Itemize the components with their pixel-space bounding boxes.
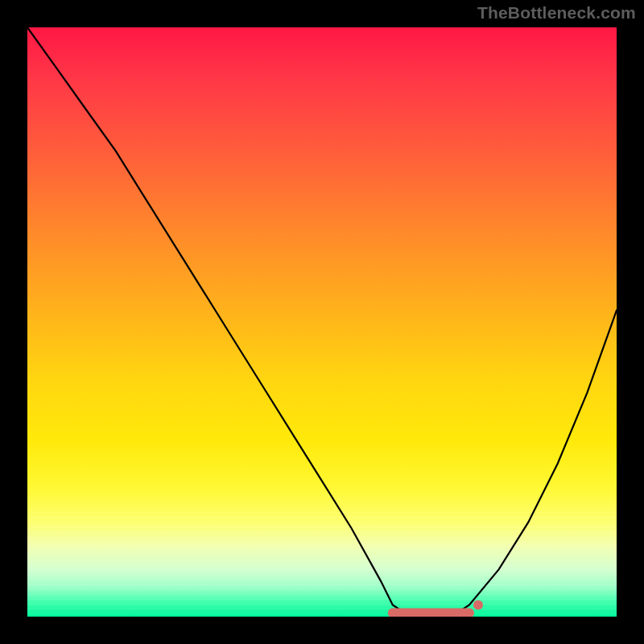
flat-marker-end-dot xyxy=(473,601,483,610)
curve-layer xyxy=(27,27,617,617)
bottleneck-curve xyxy=(27,27,617,617)
chart-frame: TheBottleneck.com xyxy=(0,0,644,644)
plot-area xyxy=(27,27,617,617)
watermark-text: TheBottleneck.com xyxy=(477,3,636,23)
